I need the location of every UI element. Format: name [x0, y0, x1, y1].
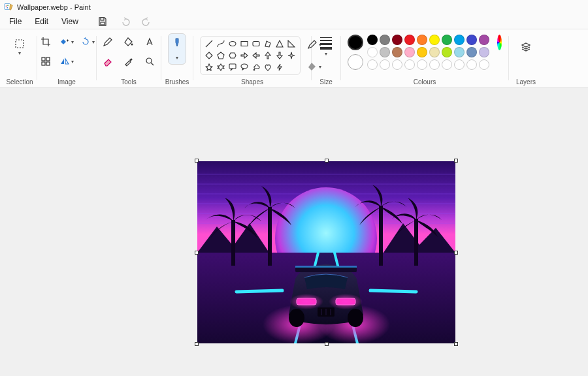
shape-right-triangle-icon[interactable]: [287, 39, 296, 48]
shape-pentagon-icon[interactable]: [216, 51, 225, 60]
shape-line-icon[interactable]: [204, 39, 214, 48]
menu-edit[interactable]: Edit: [28, 16, 55, 27]
svg-rect-0: [5, 3, 10, 9]
shape-polygon-icon[interactable]: [263, 39, 272, 48]
color-swatch[interactable]: [429, 35, 440, 45]
resize-button[interactable]: ▾: [58, 33, 75, 50]
shape-arrow-left-icon[interactable]: [252, 51, 261, 60]
color-swatch[interactable]: [417, 47, 427, 57]
shape-arrow-right-icon[interactable]: [240, 51, 249, 60]
resize-handle-top-left[interactable]: [195, 159, 199, 163]
group-label: Selection: [3, 78, 37, 86]
image-grid-icon[interactable]: [37, 53, 54, 70]
flip-button[interactable]: ▾: [58, 53, 75, 70]
shape-curve-icon[interactable]: [216, 39, 225, 48]
primary-color-swatch[interactable]: [348, 35, 363, 50]
color-swatch-empty[interactable]: [442, 59, 452, 70]
crop-button[interactable]: [37, 33, 54, 50]
canvas-selection[interactable]: [197, 161, 455, 343]
color-swatch[interactable]: [417, 35, 427, 45]
magnifier-tool[interactable]: [141, 53, 158, 70]
resize-handle-top[interactable]: [325, 159, 329, 163]
resize-handle-bottom[interactable]: [325, 342, 329, 346]
shape-triangle-icon[interactable]: [275, 39, 284, 48]
color-swatch-empty[interactable]: [479, 59, 489, 70]
group-layers: Layers: [509, 29, 543, 87]
shapes-gallery[interactable]: [200, 36, 301, 75]
color-swatch[interactable]: [442, 35, 452, 45]
color-swatch-empty[interactable]: [429, 59, 440, 70]
shape-arrow-down-icon[interactable]: [275, 51, 284, 60]
menu-file[interactable]: File: [3, 16, 28, 27]
color-swatch-empty[interactable]: [367, 59, 378, 70]
color-swatch[interactable]: [466, 47, 477, 57]
brushes-dropdown[interactable]: ▾: [168, 33, 186, 65]
size-dropdown[interactable]: ▾: [315, 33, 337, 61]
group-selection: ▾ Selection: [3, 29, 37, 87]
menu-view[interactable]: View: [55, 16, 85, 27]
color-swatch[interactable]: [479, 35, 489, 45]
layers-button[interactable]: [515, 33, 537, 61]
shape-rect-icon[interactable]: [240, 39, 249, 48]
svg-rect-7: [42, 57, 45, 61]
resize-handle-right[interactable]: [454, 251, 458, 255]
color-swatch-empty[interactable]: [454, 59, 465, 70]
shape-heart-icon[interactable]: [263, 63, 272, 72]
save-button[interactable]: [94, 14, 111, 29]
color-swatch[interactable]: [429, 47, 440, 57]
color-swatch-empty[interactable]: [392, 59, 402, 70]
color-swatch[interactable]: [454, 35, 465, 45]
shape-diamond-icon[interactable]: [204, 51, 214, 60]
chevron-down-icon: ▾: [176, 55, 178, 61]
rotate-button[interactable]: ▾: [79, 33, 96, 50]
secondary-color-swatch[interactable]: [348, 54, 363, 70]
redo-button[interactable]: [139, 14, 155, 29]
svg-rect-37: [295, 266, 357, 268]
resize-handle-bottom-left[interactable]: [195, 342, 199, 346]
color-swatch[interactable]: [404, 47, 415, 57]
group-size: ▾ Size: [312, 29, 340, 87]
edit-colors-button[interactable]: [497, 35, 502, 50]
shape-arrow-up-icon[interactable]: [263, 51, 272, 60]
color-swatch[interactable]: [380, 47, 390, 57]
shape-4point-star-icon[interactable]: [287, 51, 296, 60]
pencil-tool[interactable]: [99, 33, 116, 50]
shape-callout-oval-icon[interactable]: [240, 63, 249, 72]
color-swatch[interactable]: [367, 47, 378, 57]
color-picker-tool[interactable]: [120, 53, 137, 70]
color-swatch[interactable]: [392, 47, 402, 57]
shape-oval-icon[interactable]: [228, 39, 237, 48]
color-swatch[interactable]: [466, 35, 477, 45]
color-swatch[interactable]: [442, 47, 452, 57]
shape-6point-star-icon[interactable]: [216, 63, 225, 72]
color-swatch[interactable]: [479, 47, 489, 57]
workspace[interactable]: [0, 87, 588, 376]
shape-callout-rect-icon[interactable]: [228, 63, 237, 72]
color-swatch-empty[interactable]: [417, 59, 427, 70]
text-tool[interactable]: [141, 33, 158, 50]
color-swatch-empty[interactable]: [380, 59, 390, 70]
color-swatch-empty[interactable]: [404, 59, 415, 70]
undo-button[interactable]: [116, 14, 133, 29]
resize-handle-top-right[interactable]: [454, 159, 458, 163]
eraser-tool[interactable]: [99, 53, 116, 70]
color-swatch-empty[interactable]: [466, 59, 477, 70]
shape-5point-star-icon[interactable]: [204, 63, 214, 72]
resize-handle-left[interactable]: [195, 251, 199, 255]
shape-callout-cloud-icon[interactable]: [252, 63, 261, 72]
canvas-image[interactable]: [197, 161, 455, 343]
shape-lightning-icon[interactable]: [275, 63, 284, 72]
select-tool[interactable]: ▾: [8, 33, 31, 61]
svg-rect-9: [42, 62, 45, 65]
shape-roundrect-icon[interactable]: [252, 39, 261, 48]
color-swatch[interactable]: [404, 35, 415, 45]
svg-point-1: [6, 5, 7, 7]
color-swatch[interactable]: [392, 35, 402, 45]
shape-hexagon-icon[interactable]: [228, 51, 237, 60]
fill-tool[interactable]: [120, 33, 137, 50]
svg-rect-32: [231, 220, 235, 266]
color-swatch[interactable]: [380, 35, 390, 45]
color-swatch[interactable]: [367, 35, 378, 45]
resize-handle-bottom-right[interactable]: [454, 342, 458, 346]
color-swatch[interactable]: [454, 47, 465, 57]
